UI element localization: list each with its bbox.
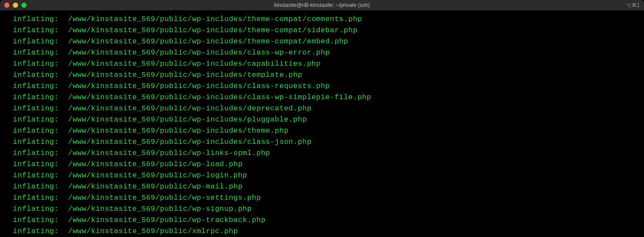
inflating-label: inflating: [13,205,59,213]
terminal-line: inflating: /www/kinstasite_569/public/wp… [13,137,644,148]
terminal-line: inflating: /www/kinstasite_569/public/xm… [13,226,644,237]
file-path: /www/kinstasite_569/public/wp-includes/t… [68,71,302,79]
file-path: /www/kinstasite_569/public/wp-mail.php [68,182,243,191]
inflating-label: inflating: [13,60,59,68]
inflating-label: inflating: [13,216,59,224]
file-path: /www/kinstasite_569/public/wp-includes/t… [68,26,357,34]
terminal-line: inflating: /www/kinstasite_569/public/wp… [13,148,644,159]
file-path: /www/kinstasite_569/public/wp-load.php [68,160,243,168]
terminal-line: inflating: /www/kinstasite_569/public/wp… [13,159,644,170]
inflating-label: inflating: [13,160,59,168]
file-path: /www/kinstasite_569/public/wp-signup.php [68,205,252,213]
file-path: /www/kinstasite_569/public/wp-includes/t… [68,127,289,135]
inflating-label: inflating: [13,182,59,191]
inflating-label: inflating: [13,15,59,23]
terminal-line: inflating: /www/kinstasite_569/public/wp… [13,181,644,192]
inflating-label: inflating: [13,149,59,157]
file-path: /www/kinstasite_569/public/wp-settings.p… [68,194,261,202]
terminal-line: inflating: /www/kinstasite_569/public/wp… [13,92,644,103]
terminal-line: inflating: /www/kinstasite_569/public/wp… [13,215,644,226]
terminal-window: kinstasite@riB-kinstasite: ~/private (ss… [0,0,644,237]
terminal-line: inflating: /www/kinstasite_569/public/wp… [13,36,644,47]
terminal-line: inflating: /www/kinstasite_569/public/wp… [13,58,644,70]
file-path: /www/kinstasite_569/public/wp-includes/c… [68,93,371,101]
inflating-label: inflating: [13,194,59,202]
terminal-line: inflating: /www/kinstasite_569/public/wp… [13,103,644,114]
inflating-label: inflating: [13,138,59,146]
inflating-label: inflating: [13,93,59,101]
file-path: /www/kinstasite_569/public/wp-includes/t… [68,15,362,23]
inflating-label: inflating: [13,82,59,90]
maximize-icon[interactable] [21,3,27,8]
inflating-label: inflating: [13,37,59,46]
tab-indicator: ⌥⌘1 [626,2,640,8]
terminal-line: inflating: /www/kinstasite_569/public/wp… [13,14,644,25]
file-path: /www/kinstasite_569/public/wp-includes/d… [68,104,311,112]
file-path: /www/kinstasite_569/public/wp-includes/c… [68,82,330,90]
file-path: /www/kinstasite_569/public/wp-login.php [68,171,247,179]
terminal-line: inflating: /www/kinstasite_569/public/wp… [13,204,644,215]
terminal-line: inflating: /www/kinstasite_569/public/wp… [13,114,644,125]
window-controls [0,3,27,8]
inflating-label: inflating: [13,104,59,112]
inflating-label: inflating: [13,127,59,135]
terminal-line: inflating: /www/kinstasite_569/public/wp… [13,125,644,137]
inflating-label: inflating: [13,49,59,57]
terminal-line: inflating: /www/kinstasite_569/public/wp… [13,81,644,92]
terminal-line: inflating: /www/kinstasite_569/public/wp… [13,25,644,36]
file-path: /www/kinstasite_569/public/wp-includes/c… [68,138,311,146]
minimize-icon[interactable] [13,3,18,8]
inflating-label: inflating: [13,227,59,235]
terminal-line: inflating: /www/kinstasite_569/public/wp… [13,47,644,58]
inflating-label: inflating: [13,26,59,34]
file-path: /www/kinstasite_569/public/wp-includes/p… [68,115,307,124]
terminal-line: inflating: /www/kinstasite_569/public/wp… [13,170,644,181]
titlebar[interactable]: kinstasite@riB-kinstasite: ~/private (ss… [0,0,644,10]
file-path: /www/kinstasite_569/public/wp-includes/c… [68,49,330,57]
terminal-output[interactable]: inflating: /www/kinstasite_569/public/wp… [0,10,644,237]
inflating-label: inflating: [13,115,59,124]
close-icon[interactable] [4,3,9,8]
inflating-label: inflating: [13,71,59,79]
window-title: kinstasite@riB-kinstasite: ~/private (ss… [0,2,644,8]
terminal-line: inflating: /www/kinstasite_569/public/wp… [13,192,644,204]
file-path: /www/kinstasite_569/public/wp-trackback.… [68,216,265,224]
file-path: /www/kinstasite_569/public/wp-includes/t… [68,37,348,46]
inflating-label: inflating: [13,171,59,179]
file-path: /www/kinstasite_569/public/wp-includes/c… [68,60,321,68]
file-path: /www/kinstasite_569/public/xmlrpc.php [68,227,238,235]
file-path: /www/kinstasite_569/public/wp-links-opml… [68,149,270,157]
terminal-line: inflating: /www/kinstasite_569/public/wp… [13,70,644,81]
